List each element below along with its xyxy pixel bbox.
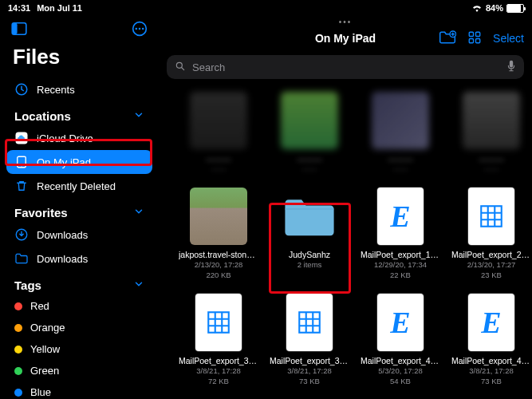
file-item-jakpost[interactable]: jakpost.travel-stone-i…53335 2/13/20, 17… (178, 188, 259, 279)
status-time: 14:31 (8, 3, 30, 13)
svg-point-9 (21, 165, 22, 166)
sidebar-tag-orange[interactable]: Orange (6, 317, 152, 338)
document-icon (195, 294, 242, 351)
section-header-locations[interactable]: Locations (6, 101, 152, 126)
tag-dot-icon (14, 367, 22, 375)
svg-rect-12 (469, 32, 473, 36)
section-header-favorites[interactable]: Favorites (6, 198, 152, 223)
search-placeholder: Search (192, 61, 225, 73)
file-date: 3/8/21, 17:28 (196, 366, 240, 375)
main-content: ••• On My iPad Select Search ——— —— (159, 16, 532, 399)
sidebar-item-recents[interactable]: Recents (6, 77, 152, 101)
microphone-icon[interactable] (506, 60, 516, 75)
chevron-down-icon (133, 109, 144, 123)
sidebar-layout-icon[interactable] (11, 22, 27, 38)
document-icon (286, 294, 333, 351)
file-item[interactable]: ——— —— (178, 92, 259, 173)
section-label: Tags (14, 279, 41, 292)
file-date: 12/29/20, 17:34 (374, 260, 427, 269)
file-meta: —— (211, 164, 227, 173)
sidebar-item-icloud[interactable]: iCloud Drive (6, 126, 152, 150)
svg-rect-1 (12, 23, 17, 34)
svg-rect-15 (476, 38, 480, 42)
sidebar-item-downloads-2[interactable]: Downloads (6, 247, 152, 271)
file-name: MailPoet_export_2dd…pw4g0 (451, 250, 531, 259)
sidebar-tag-blue[interactable]: Blue (6, 381, 152, 399)
file-date: 2/13/20, 17:28 (195, 260, 243, 269)
select-button[interactable]: Select (493, 32, 524, 45)
file-name: jakpost.travel-stone-i…53335 (179, 250, 258, 259)
sidebar-item-on-my-ipad[interactable]: On My iPad (6, 150, 152, 174)
section-label: Locations (14, 109, 71, 123)
sidebar-tag-yellow[interactable]: Yellow (6, 338, 152, 360)
file-name: MailPoet_export_491ch…opks4 (451, 356, 531, 365)
sidebar-item-label: Red (30, 300, 144, 312)
svg-point-3 (136, 28, 138, 30)
file-name: JudySanhz (289, 250, 330, 259)
svg-rect-17 (510, 60, 513, 67)
svg-point-5 (142, 28, 144, 30)
search-input[interactable]: Search (167, 55, 524, 79)
sidebar-item-label: Orange (30, 322, 144, 334)
file-name: MailPoet_export_3ymh…804w0 (270, 356, 349, 365)
svg-rect-14 (469, 38, 473, 42)
sidebar-item-label: Downloads (37, 253, 144, 265)
download-icon (14, 227, 29, 242)
file-name: MailPoet_export_1fqfiv…iv4836 (361, 250, 440, 259)
sidebar-item-label: Recents (37, 84, 144, 96)
file-item-mailpoet-2[interactable]: MailPoet_export_2dd…pw4g0 2/13/20, 17:27… (451, 188, 532, 279)
file-date: 3/8/21, 17:28 (469, 366, 513, 375)
drag-handle-icon[interactable]: ••• (159, 16, 532, 26)
sidebar-item-label: Blue (30, 386, 144, 398)
sidebar-title: Files (6, 43, 152, 77)
file-item-mailpoet-1[interactable]: E MailPoet_export_1fqfiv…iv4836 12/29/20… (360, 188, 441, 279)
document-icon: E (377, 294, 424, 351)
sidebar-tag-green[interactable]: Green (6, 360, 152, 381)
ipad-icon (14, 155, 29, 169)
document-icon (468, 188, 514, 245)
sidebar-item-downloads-1[interactable]: Downloads (6, 223, 152, 247)
file-name: ——— (297, 154, 322, 164)
tag-dot-icon (14, 324, 22, 332)
sidebar-tag-red[interactable]: Red (6, 295, 152, 317)
sidebar-item-label: On My iPad (37, 156, 144, 168)
status-bar: 14:31 Mon Jul 11 84% (0, 0, 532, 16)
file-name: MailPoet_export_4ayn…r0ock9 (361, 356, 440, 365)
icloud-icon (14, 131, 29, 145)
file-item-mailpoet-5[interactable]: E MailPoet_export_4ayn…r0ock9 5/3/20, 17… (360, 294, 441, 385)
file-item-mailpoet-6[interactable]: E MailPoet_export_491ch…opks4 3/8/21, 17… (451, 294, 532, 385)
folder-icon (14, 251, 29, 266)
svg-rect-20 (299, 312, 320, 333)
battery-percentage: 84% (486, 3, 503, 13)
sidebar-item-recently-deleted[interactable]: Recently Deleted (6, 174, 152, 198)
grid-view-icon[interactable] (467, 30, 482, 47)
trash-icon (14, 179, 29, 193)
file-meta: —— (484, 164, 499, 173)
file-item-mailpoet-4[interactable]: MailPoet_export_3ymh…804w0 3/8/21, 17:28… (269, 294, 350, 385)
section-header-tags[interactable]: Tags (6, 271, 152, 295)
file-item[interactable]: ——— —— (451, 92, 532, 173)
tag-dot-icon (14, 346, 22, 354)
more-options-icon[interactable] (132, 21, 148, 40)
file-grid: ——— —— ——— —— ——— —— ——— —— (178, 92, 532, 385)
sidebar-item-label: iCloud Drive (37, 132, 144, 144)
new-folder-icon[interactable] (439, 30, 456, 47)
file-item[interactable]: ——— —— (360, 92, 441, 173)
folder-icon (281, 188, 338, 245)
file-date: 5/3/20, 17:28 (378, 366, 422, 375)
section-label: Favorites (14, 206, 68, 219)
chevron-down-icon (133, 279, 144, 292)
sidebar-item-label: Green (30, 365, 144, 377)
svg-point-4 (139, 28, 141, 30)
svg-rect-13 (476, 32, 480, 36)
file-item-judysanhz[interactable]: JudySanhz 2 items (269, 188, 350, 279)
file-meta: —— (393, 164, 408, 173)
page-title: On My iPad (315, 32, 376, 45)
file-size: 72 KB (208, 377, 229, 385)
file-item[interactable]: ——— —— (269, 92, 350, 173)
svg-rect-19 (208, 312, 229, 333)
document-icon: E (377, 188, 424, 245)
file-meta: —— (302, 164, 317, 173)
sidebar-item-label: Yellow (30, 343, 144, 355)
file-item-mailpoet-3[interactable]: MailPoet_export_3ddli…80wu0 3/8/21, 17:2… (178, 294, 259, 385)
